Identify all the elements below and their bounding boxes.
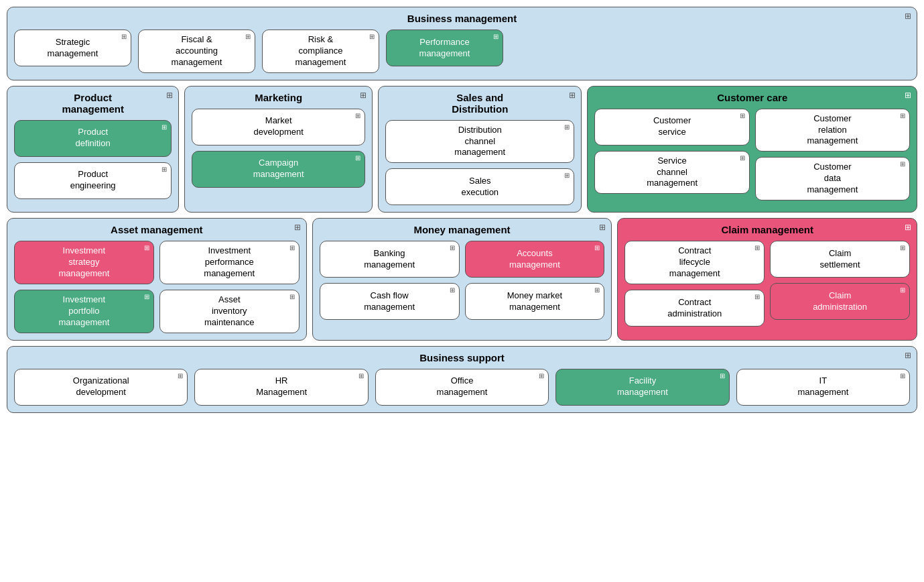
cc-inner-cols: ⊞ Customerservice ⊞ Servicechannelmanage…	[594, 109, 910, 200]
banking-label: Bankingmanagement	[364, 248, 415, 271]
dist-channel-card[interactable]: ⊞ Distributionchannelmanagement	[385, 120, 574, 164]
campaign-label: Campaignmanagement	[253, 158, 304, 180]
inv-strategy-card[interactable]: ⊞ Investmentstrategymanagement	[14, 241, 154, 284]
service-channel-label: Servicechannelmanagement	[647, 156, 698, 190]
hr-card[interactable]: ⊞ HRManagement	[194, 369, 368, 406]
cash-flow-label: Cash flowmanagement	[364, 290, 415, 313]
product-title: Productmanagement	[14, 92, 172, 115]
inv-performance-label: Investmentperformancemanagement	[204, 245, 255, 280]
lower-row: ⊞ Asset management ⊞ Investmentstrategym…	[7, 218, 917, 340]
bm-section-icon: ⊞	[905, 11, 911, 21]
asset-inventory-icon: ⊞	[289, 293, 295, 300]
market-dev-card[interactable]: ⊞ Marketdevelopment	[192, 109, 365, 146]
risk-icon: ⊞	[369, 33, 375, 40]
claim-section-icon: ⊞	[905, 223, 911, 232]
risk-card[interactable]: ⊞ Risk &compliancemanagement	[262, 30, 379, 73]
asset-section-icon: ⊞	[294, 223, 301, 232]
cust-relation-card[interactable]: ⊞ Customerrelationmanagement	[755, 109, 910, 152]
banking-card[interactable]: ⊞ Bankingmanagement	[320, 241, 460, 278]
middle-row: ⊞ Productmanagement ⊞ Productdefinition …	[7, 86, 917, 213]
contract-lifecycle-label: Contractlifecyclemanagement	[669, 245, 720, 280]
money-col-left: ⊞ Bankingmanagement ⊞ Cash flowmanagemen…	[320, 241, 460, 320]
product-cards: ⊞ Productdefinition ⊞ Productengineering	[14, 120, 172, 199]
money-market-card[interactable]: ⊞ Money marketmanagement	[465, 283, 605, 320]
business-management-section: ⊞ Business management ⊞ Strategicmanagem…	[7, 7, 917, 80]
money-title: Money management	[320, 224, 605, 235]
product-def-label: Productdefinition	[76, 127, 111, 150]
campaign-icon: ⊞	[355, 154, 360, 162]
contract-lifecycle-card[interactable]: ⊞ Contractlifecyclemanagement	[624, 241, 765, 284]
campaign-card[interactable]: ⊞ Campaignmanagement	[192, 151, 365, 188]
banking-icon: ⊞	[450, 244, 455, 251]
facility-card[interactable]: ⊞ Facilitymanagement	[555, 369, 729, 406]
inv-portfolio-card[interactable]: ⊞ Investmentportfoliomanagement	[14, 290, 154, 333]
market-dev-label: Marketdevelopment	[253, 115, 303, 138]
office-card[interactable]: ⊞ Officemanagement	[375, 369, 549, 406]
accounts-card[interactable]: ⊞ Accountsmanagement	[465, 241, 605, 278]
cust-relation-label: Customerrelationmanagement	[807, 113, 858, 148]
sales-exec-card[interactable]: ⊞ Salesexecution	[385, 168, 574, 205]
money-section: ⊞ Money management ⊞ Bankingmanagement ⊞…	[312, 218, 612, 340]
cc-title: Customer care	[594, 92, 910, 103]
contract-lifecycle-icon: ⊞	[754, 244, 760, 251]
sales-section: ⊞ Sales andDistribution ⊞ Distributionch…	[378, 86, 582, 213]
contract-admin-icon: ⊞	[754, 293, 760, 300]
asset-col-right: ⊞ Investmentperformancemanagement ⊞ Asse…	[159, 241, 300, 333]
strategic-card[interactable]: ⊞ Strategicmanagement	[14, 30, 131, 66]
cust-data-label: Customerdatamanagement	[807, 162, 858, 196]
service-channel-card[interactable]: ⊞ Servicechannelmanagement	[594, 151, 749, 194]
cust-data-card[interactable]: ⊞ Customerdatamanagement	[755, 157, 910, 200]
inv-portfolio-label: Investmentportfoliomanagement	[58, 294, 109, 329]
contract-admin-label: Contractadministration	[667, 297, 722, 320]
product-def-icon: ⊞	[161, 123, 167, 131]
office-wrap: ⊞ Officemanagement	[375, 369, 549, 406]
product-eng-label: Productengineering	[70, 169, 116, 192]
bs-section-icon: ⊞	[905, 351, 911, 360]
facility-wrap: ⊞ Facilitymanagement	[555, 369, 729, 406]
asset-inventory-card[interactable]: ⊞ Assetinventorymaintenance	[159, 290, 300, 333]
bm-title: Business management	[14, 13, 910, 24]
sales-cards: ⊞ Distributionchannelmanagement ⊞ Salese…	[385, 120, 574, 206]
claim-col-right: ⊞ Claimsettlement ⊞ Claimadministration	[770, 241, 910, 327]
claim-admin-card[interactable]: ⊞ Claimadministration	[770, 283, 910, 320]
marketing-section-icon: ⊞	[360, 91, 367, 100]
market-dev-icon: ⊞	[355, 112, 360, 119]
performance-wrap: ⊞ Performancemanagement	[386, 30, 503, 73]
cash-flow-card[interactable]: ⊞ Cash flowmanagement	[320, 283, 460, 320]
org-dev-card[interactable]: ⊞ Organizationaldevelopment	[14, 369, 188, 406]
claim-admin-label: Claimadministration	[813, 290, 867, 313]
money-col-right: ⊞ Accountsmanagement ⊞ Money marketmanag…	[465, 241, 605, 320]
sales-exec-label: Salesexecution	[461, 176, 499, 198]
product-section-icon: ⊞	[166, 91, 173, 100]
strategic-icon: ⊞	[121, 33, 127, 40]
org-dev-icon: ⊞	[178, 372, 183, 380]
cash-flow-icon: ⊞	[450, 286, 455, 294]
dist-channel-label: Distributionchannelmanagement	[454, 125, 505, 159]
fiscal-card[interactable]: ⊞ Fiscal &accountingmanagement	[138, 30, 255, 73]
inv-portfolio-icon: ⊞	[144, 293, 149, 300]
money-section-icon: ⊞	[599, 223, 606, 232]
hr-icon: ⊞	[358, 372, 364, 380]
product-eng-card[interactable]: ⊞ Productengineering	[14, 162, 172, 199]
contract-admin-card[interactable]: ⊞ Contractadministration	[624, 290, 765, 327]
fiscal-wrap: ⊞ Fiscal &accountingmanagement	[138, 30, 255, 73]
performance-card[interactable]: ⊞ Performancemanagement	[386, 30, 503, 66]
claim-settlement-label: Claimsettlement	[820, 248, 860, 271]
product-def-card[interactable]: ⊞ Productdefinition	[14, 120, 172, 157]
sales-section-icon: ⊞	[569, 91, 576, 100]
performance-label: Performancemanagement	[419, 37, 470, 60]
claim-settlement-card[interactable]: ⊞ Claimsettlement	[770, 241, 910, 278]
marketing-cards: ⊞ Marketdevelopment ⊞ Campaignmanagement	[192, 109, 365, 188]
it-card[interactable]: ⊞ ITmanagement	[736, 369, 910, 406]
cust-service-card[interactable]: ⊞ Customerservice	[594, 109, 749, 146]
it-wrap: ⊞ ITmanagement	[736, 369, 910, 406]
office-icon: ⊞	[539, 372, 544, 380]
main-container: ⊞ Business management ⊞ Strategicmanagem…	[7, 7, 917, 413]
cc-section-icon: ⊞	[905, 91, 911, 100]
inv-performance-card[interactable]: ⊞ Investmentperformancemanagement	[159, 241, 300, 284]
inv-strategy-label: Investmentstrategymanagement	[58, 245, 109, 280]
bs-title: Business support	[14, 352, 910, 363]
accounts-icon: ⊞	[594, 244, 600, 251]
accounts-label: Accountsmanagement	[509, 248, 560, 271]
money-market-icon: ⊞	[594, 286, 600, 294]
